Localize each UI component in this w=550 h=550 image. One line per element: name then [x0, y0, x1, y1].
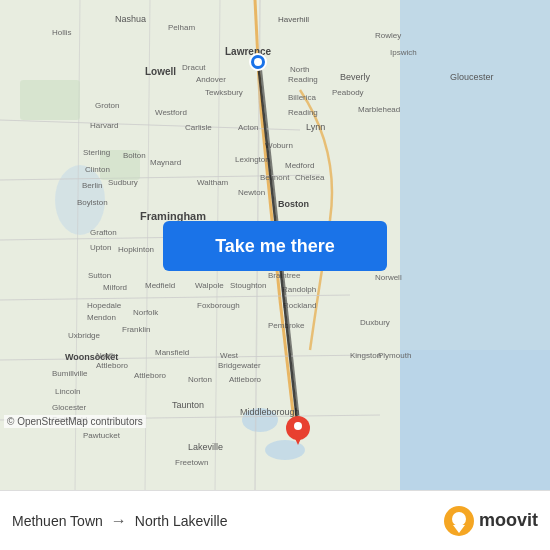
svg-text:Milford: Milford	[103, 283, 127, 292]
svg-text:Randolph: Randolph	[282, 285, 316, 294]
svg-text:Braintree: Braintree	[268, 271, 301, 280]
svg-text:Haverhill: Haverhill	[278, 15, 309, 24]
svg-text:Beverly: Beverly	[340, 72, 371, 82]
moovit-logo: moovit	[443, 505, 538, 537]
svg-text:Westford: Westford	[155, 108, 187, 117]
svg-text:Rowley: Rowley	[375, 31, 401, 40]
svg-text:Walpole: Walpole	[195, 281, 224, 290]
svg-point-112	[254, 58, 262, 66]
svg-text:Lowell: Lowell	[145, 66, 176, 77]
svg-text:Freetown: Freetown	[175, 458, 208, 467]
svg-text:Middleborough: Middleborough	[240, 407, 300, 417]
moovit-icon	[443, 505, 475, 537]
svg-rect-23	[20, 80, 80, 120]
svg-text:Nashua: Nashua	[115, 14, 146, 24]
svg-text:Groton: Groton	[95, 101, 119, 110]
svg-text:Glocester: Glocester	[52, 403, 87, 412]
bottom-bar: Methuen Town → North Lakeville moovit	[0, 490, 550, 550]
take-me-there-button[interactable]: Take me there	[163, 221, 387, 271]
svg-text:Uxbridge: Uxbridge	[68, 331, 101, 340]
svg-text:Pelham: Pelham	[168, 23, 195, 32]
svg-text:Medfield: Medfield	[145, 281, 175, 290]
svg-text:Clinton: Clinton	[85, 165, 110, 174]
svg-text:Woburn: Woburn	[265, 141, 293, 150]
svg-text:Marblehead: Marblehead	[358, 105, 400, 114]
svg-text:Hopedale: Hopedale	[87, 301, 122, 310]
svg-text:North: North	[290, 65, 310, 74]
svg-text:Lawrence: Lawrence	[225, 46, 272, 57]
svg-text:Franklin: Franklin	[122, 325, 150, 334]
svg-text:Belmont: Belmont	[260, 173, 290, 182]
route-arrow-icon: →	[111, 512, 127, 530]
svg-text:Taunton: Taunton	[172, 400, 204, 410]
svg-text:Norfolk: Norfolk	[133, 308, 159, 317]
svg-text:Gloucester: Gloucester	[450, 72, 494, 82]
svg-text:Upton: Upton	[90, 243, 111, 252]
svg-text:Bumillville: Bumillville	[52, 369, 88, 378]
svg-text:Boston: Boston	[278, 199, 309, 209]
svg-text:Norton: Norton	[188, 375, 212, 384]
svg-point-7	[265, 440, 305, 460]
moovit-text: moovit	[479, 510, 538, 531]
svg-text:Maynard: Maynard	[150, 158, 181, 167]
svg-text:Medford: Medford	[285, 161, 314, 170]
svg-text:Boylston: Boylston	[77, 198, 108, 207]
destination-label: North Lakeville	[135, 513, 228, 529]
svg-text:Hollis: Hollis	[52, 28, 72, 37]
svg-text:Grafton: Grafton	[90, 228, 117, 237]
svg-text:Plymouth: Plymouth	[378, 351, 411, 360]
svg-text:Billerica: Billerica	[288, 93, 317, 102]
svg-text:Carlisle: Carlisle	[185, 123, 212, 132]
svg-text:Ipswich: Ipswich	[390, 48, 417, 57]
svg-text:Rockland: Rockland	[283, 301, 316, 310]
svg-text:Kingston: Kingston	[350, 351, 381, 360]
svg-text:Lakeville: Lakeville	[188, 442, 223, 452]
svg-point-115	[294, 422, 302, 430]
svg-text:Harvard: Harvard	[90, 121, 118, 130]
svg-text:West: West	[220, 351, 239, 360]
svg-text:Sterling: Sterling	[83, 148, 110, 157]
svg-text:Chelsea: Chelsea	[295, 173, 325, 182]
svg-text:Attleboro: Attleboro	[134, 371, 167, 380]
svg-text:Bridgewater: Bridgewater	[218, 361, 261, 370]
svg-text:Attleboro: Attleboro	[96, 361, 129, 370]
svg-text:North: North	[96, 351, 116, 360]
svg-text:Lexington: Lexington	[235, 155, 270, 164]
svg-text:Mansfield: Mansfield	[155, 348, 189, 357]
svg-text:Acton: Acton	[238, 123, 258, 132]
svg-text:Lynn: Lynn	[306, 122, 325, 132]
svg-text:Berlin: Berlin	[82, 181, 102, 190]
svg-text:Attleboro: Attleboro	[229, 375, 262, 384]
svg-text:Mendon: Mendon	[87, 313, 116, 322]
origin-label: Methuen Town	[12, 513, 103, 529]
svg-text:Pawtucket: Pawtucket	[83, 431, 121, 440]
svg-marker-2	[380, 350, 550, 490]
svg-text:Lincoln: Lincoln	[55, 387, 80, 396]
map-container: Nashua Hollis Pelham Haverhill Rowley Ip…	[0, 0, 550, 490]
svg-text:Andover: Andover	[196, 75, 226, 84]
svg-point-117	[452, 512, 466, 526]
svg-text:Sutton: Sutton	[88, 271, 111, 280]
svg-text:Norwell: Norwell	[375, 273, 402, 282]
svg-text:Bolton: Bolton	[123, 151, 146, 160]
route-info: Methuen Town → North Lakeville	[12, 512, 227, 530]
svg-text:Peabody: Peabody	[332, 88, 364, 97]
svg-text:Newton: Newton	[238, 188, 265, 197]
svg-text:Duxbury: Duxbury	[360, 318, 390, 327]
map-attribution: © OpenStreetMap contributors	[4, 415, 146, 428]
svg-text:Waltham: Waltham	[197, 178, 229, 187]
svg-text:Reading: Reading	[288, 75, 318, 84]
svg-text:Reading: Reading	[288, 108, 318, 117]
svg-text:Foxborough: Foxborough	[197, 301, 240, 310]
svg-text:Dracut: Dracut	[182, 63, 206, 72]
svg-text:Tewksbury: Tewksbury	[205, 88, 243, 97]
svg-text:Stoughton: Stoughton	[230, 281, 266, 290]
svg-text:Sudbury: Sudbury	[108, 178, 138, 187]
svg-text:Hopkinton: Hopkinton	[118, 245, 154, 254]
